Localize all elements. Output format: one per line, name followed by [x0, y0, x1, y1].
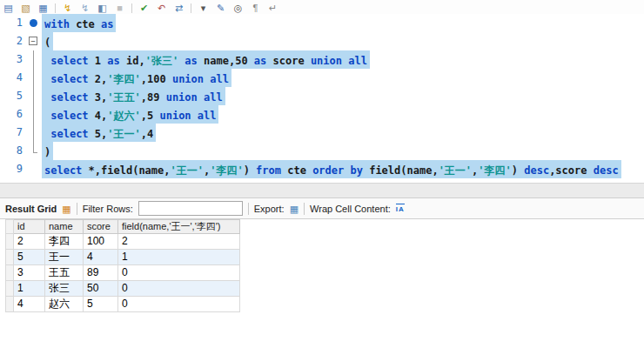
result-cell[interactable]: 1: [118, 250, 240, 265]
result-cell[interactable]: 5: [84, 297, 118, 312]
export-label: Export:: [254, 204, 285, 214]
explain-icon[interactable]: ◧: [97, 3, 108, 14]
editor-line[interactable]: 2−(: [0, 32, 644, 50]
filter-rows-input[interactable]: [138, 201, 243, 216]
result-cell[interactable]: 50: [84, 281, 118, 297]
code-text[interactable]: select 1 as id,'张三' as name,50 as score …: [42, 50, 370, 69]
find-icon[interactable]: ◎: [232, 3, 244, 14]
result-cell[interactable]: 4: [14, 297, 45, 312]
result-cell[interactable]: 2: [14, 234, 45, 250]
column-header-id[interactable]: id: [14, 220, 45, 234]
toolbar-separator: [131, 3, 132, 13]
sql-editor[interactable]: 1with cte as2−(3 select 1 as id,'张三' as …: [0, 14, 644, 183]
result-cell[interactable]: 王一: [45, 250, 84, 265]
result-cell[interactable]: 张三: [45, 281, 84, 297]
result-cell[interactable]: 0: [118, 265, 240, 281]
commit-icon[interactable]: ✔: [138, 3, 150, 14]
fold-line: [27, 87, 42, 105]
editor-line[interactable]: 5 select 3,'王五',89 union all: [0, 87, 644, 105]
result-cell[interactable]: 0: [118, 281, 240, 297]
result-row[interactable]: 3王五890: [6, 265, 240, 281]
autocommit-icon[interactable]: ⇄: [173, 3, 184, 14]
result-cell[interactable]: 0: [118, 297, 240, 312]
result-grid-icon[interactable]: ▦: [62, 204, 70, 214]
line-number[interactable]: 6: [0, 105, 27, 124]
result-cell[interactable]: 2: [118, 234, 240, 250]
stop-icon[interactable]: ■: [114, 3, 125, 14]
row-gutter[interactable]: [6, 281, 14, 297]
code-text[interactable]: ): [42, 142, 53, 160]
result-grid-label: Result Grid: [5, 204, 57, 214]
result-cell[interactable]: 李四: [45, 234, 84, 250]
editor-line[interactable]: 4 select 2,'李四',100 union all: [0, 69, 644, 87]
wrap-text-icon[interactable]: ↵: [267, 3, 278, 14]
line-number[interactable]: 1: [0, 14, 27, 32]
fold-line-end: [27, 142, 42, 160]
line-number[interactable]: 9: [0, 160, 27, 178]
result-cell[interactable]: 1: [14, 281, 45, 297]
line-number[interactable]: 7: [0, 124, 27, 142]
row-gutter[interactable]: [6, 250, 14, 265]
export-icon[interactable]: ▦: [290, 204, 299, 214]
toolbar-separator: [304, 203, 305, 215]
code-text[interactable]: select 4,'赵六',5 union all: [42, 105, 218, 124]
wrap-cell-content-icon[interactable]: IA: [396, 204, 405, 213]
editor-line[interactable]: 3 select 1 as id,'张三' as name,50 as scor…: [0, 50, 644, 69]
toolbar-separator: [248, 203, 249, 215]
execute-current-statement-icon[interactable]: ↯: [79, 3, 91, 14]
result-grid-toolbar: Result Grid ▦ Filter Rows: Export: ▦ Wra…: [0, 198, 644, 219]
save-script-icon[interactable]: ▦: [37, 3, 49, 14]
result-cell[interactable]: 4: [84, 250, 118, 265]
statement-marker-icon: [27, 14, 42, 32]
editor-line[interactable]: 7 select 5,'王一',4: [0, 124, 644, 142]
toolbar-separator: [77, 203, 77, 215]
line-number[interactable]: 5: [0, 87, 27, 105]
result-cell[interactable]: 100: [84, 234, 118, 250]
line-number[interactable]: 8: [0, 142, 27, 160]
result-cell[interactable]: 89: [84, 265, 118, 281]
row-gutter[interactable]: [6, 297, 14, 312]
code-text[interactable]: select 2,'李四',100 union all: [42, 69, 231, 87]
pane-splitter[interactable]: [0, 183, 644, 198]
result-cell[interactable]: 3: [14, 265, 45, 281]
toolbar-separator: [55, 3, 56, 13]
row-gutter[interactable]: [6, 234, 14, 250]
beautify-icon[interactable]: ✎: [215, 3, 226, 14]
line-number[interactable]: 3: [0, 50, 27, 69]
editor-line[interactable]: 8): [0, 142, 644, 160]
row-gutter[interactable]: [6, 265, 14, 281]
editor-line[interactable]: 6 select 4,'赵六',5 union all: [0, 105, 644, 124]
row-gutter-header: [6, 220, 14, 234]
code-text[interactable]: with cte as: [42, 14, 116, 32]
rollback-icon[interactable]: ↶: [156, 3, 167, 14]
fold-collapse-icon[interactable]: −: [27, 32, 42, 50]
new-script-icon[interactable]: ▤: [3, 3, 14, 14]
code-text[interactable]: (: [42, 32, 53, 50]
result-cell[interactable]: 5: [14, 250, 45, 265]
result-cell[interactable]: 赵六: [45, 297, 84, 312]
result-cell[interactable]: 王五: [45, 265, 84, 281]
wrap-cell-content-label: Wrap Cell Content:: [310, 204, 391, 214]
column-header-name[interactable]: name: [45, 220, 84, 234]
limit-rows-icon[interactable]: ▾: [198, 3, 209, 14]
open-script-icon[interactable]: ▧: [20, 3, 31, 14]
editor-line[interactable]: 9select *,field(name,'王一','李四') from cte…: [0, 160, 644, 178]
code-text[interactable]: select *,field(name,'王一','李四') from cte …: [42, 160, 621, 178]
code-text[interactable]: select 3,'王五',89 union all: [42, 87, 225, 105]
special-chars-icon[interactable]: ¶: [250, 3, 261, 14]
toolbar-separator: [191, 3, 191, 13]
line-number[interactable]: 4: [0, 69, 27, 87]
result-row[interactable]: 1张三500: [6, 281, 240, 297]
column-header-field[interactable]: field(name,'王一','李四'): [118, 220, 240, 234]
fold-line: [27, 69, 42, 87]
line-number[interactable]: 2: [0, 32, 27, 50]
result-row[interactable]: 4赵六50: [6, 297, 240, 312]
result-row[interactable]: 5王一41: [6, 250, 240, 265]
result-row[interactable]: 2李四1002: [6, 234, 240, 250]
fold-line: [27, 105, 42, 124]
fold-line: [27, 50, 42, 69]
editor-line[interactable]: 1with cte as: [0, 14, 644, 32]
code-text[interactable]: select 5,'王一',4: [42, 124, 156, 142]
column-header-score[interactable]: score: [84, 220, 118, 234]
execute-icon[interactable]: ↯: [62, 3, 73, 14]
